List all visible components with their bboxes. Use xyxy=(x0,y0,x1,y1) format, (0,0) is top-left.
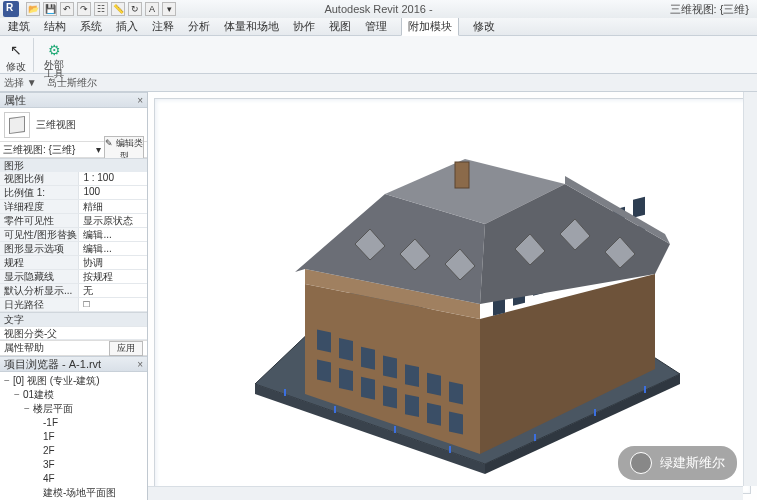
prop-row: 日光路径□ xyxy=(0,298,147,312)
svg-rect-15 xyxy=(383,355,397,378)
building-svg xyxy=(235,134,695,474)
group-graphics[interactable]: 图形 xyxy=(0,158,147,172)
tab-annotate[interactable]: 注释 xyxy=(152,19,174,34)
tree-node[interactable]: 3F xyxy=(2,458,147,472)
viewport-inner[interactable] xyxy=(154,98,751,494)
tree-node[interactable]: −楼层平面 xyxy=(2,402,147,416)
svg-rect-22 xyxy=(383,385,397,408)
prop-row: 图形显示选项编辑... xyxy=(0,242,147,256)
horizontal-scrollbar[interactable] xyxy=(148,486,743,500)
svg-rect-21 xyxy=(361,377,375,400)
svg-rect-34 xyxy=(633,197,645,218)
title-bar: 📂 💾 ↶ ↷ ☷ 📏 ↻ A ▾ Autodesk Revit 2016 - … xyxy=(0,0,757,18)
properties-title: 属性 xyxy=(4,93,26,108)
svg-rect-14 xyxy=(361,347,375,370)
tab-architecture[interactable]: 建筑 xyxy=(8,19,30,34)
project-browser-header[interactable]: 项目浏览器 - A-1.rvt × xyxy=(0,356,147,372)
cursor-icon: ↖ xyxy=(5,40,27,60)
select-dropdown[interactable]: 选择 ▼ xyxy=(4,76,37,90)
svg-rect-53 xyxy=(455,162,469,188)
tree-node[interactable]: −[0] 视图 (专业-建筑) xyxy=(2,374,147,388)
tree-node[interactable]: 4F xyxy=(2,472,147,486)
tree-node[interactable]: -1F xyxy=(2,416,147,430)
tab-view[interactable]: 视图 xyxy=(329,19,351,34)
watermark: 绿建斯维尔 xyxy=(618,446,737,480)
qat-save-icon[interactable]: 💾 xyxy=(43,2,57,16)
collapse-icon[interactable]: − xyxy=(22,402,32,416)
tab-systems[interactable]: 系统 xyxy=(80,19,102,34)
svg-rect-12 xyxy=(317,329,331,352)
prop-row: 规程协调 xyxy=(0,256,147,270)
chevron-down-icon[interactable]: ▾ xyxy=(96,144,101,155)
qat-more-icon[interactable]: ▾ xyxy=(162,2,176,16)
gear-icon: ⚙ xyxy=(43,40,65,60)
type-label: 三维视图 xyxy=(36,118,76,132)
external-tools-button[interactable]: ⚙ 外部 工具 xyxy=(37,37,71,81)
prop-row: 默认分析显示...无 xyxy=(0,284,147,298)
qat-undo-icon[interactable]: ↶ xyxy=(60,2,74,16)
viewport[interactable] xyxy=(148,92,757,500)
tool-label: 岛士斯维尔 xyxy=(47,76,97,90)
modify-button[interactable]: ↖ 修改 xyxy=(2,37,30,77)
vertical-scrollbar[interactable] xyxy=(743,92,757,486)
svg-rect-13 xyxy=(339,338,353,361)
app-title: Autodesk Revit 2016 - xyxy=(324,3,432,15)
options-bar: 选择 ▼ 岛士斯维尔 xyxy=(0,74,757,92)
watermark-text: 绿建斯维尔 xyxy=(660,454,725,472)
qat-a-icon[interactable]: A xyxy=(145,2,159,16)
tree-node[interactable]: 建模-场地平面图 xyxy=(2,486,147,500)
qat-redo-icon[interactable]: ↷ xyxy=(77,2,91,16)
ribbon-tabs: 建筑 结构 系统 插入 注释 分析 体量和场地 协作 视图 管理 附加模块 修改 xyxy=(0,18,757,36)
svg-rect-23 xyxy=(405,394,419,417)
project-browser: −[0] 视图 (专业-建筑) −01建模 −楼层平面 -1F 1F 2F 3F… xyxy=(0,372,147,500)
main-area: 属性 × 三维视图 三维视图: {三维} ▾ ✎ 编辑类型 图形 视图比例1 :… xyxy=(0,92,757,500)
tab-addins[interactable]: 附加模块 xyxy=(401,17,459,36)
tab-collaborate[interactable]: 协作 xyxy=(293,19,315,34)
close-icon[interactable]: × xyxy=(137,359,143,370)
identity-label: 视图分类-父 xyxy=(4,327,57,339)
view-title: 三维视图: {三维} xyxy=(670,2,749,17)
qat-print-icon[interactable]: ☷ xyxy=(94,2,108,16)
apply-button[interactable]: 应用 xyxy=(109,341,143,356)
tab-massing-site[interactable]: 体量和场地 xyxy=(224,19,279,34)
help-link[interactable]: 属性帮助 xyxy=(4,341,44,355)
svg-rect-20 xyxy=(339,368,353,391)
prop-row: 比例值 1:100 xyxy=(0,186,147,200)
prop-row: 显示隐藏线按规程 xyxy=(0,270,147,284)
tab-analyze[interactable]: 分析 xyxy=(188,19,210,34)
tree-node[interactable]: 1F xyxy=(2,430,147,444)
properties-panel-header[interactable]: 属性 × xyxy=(0,92,147,108)
qat-sync-icon[interactable]: ↻ xyxy=(128,2,142,16)
qat-measure-icon[interactable]: 📏 xyxy=(111,2,125,16)
prop-row: 可见性/图形替换编辑... xyxy=(0,228,147,242)
collapse-icon[interactable]: − xyxy=(12,388,22,402)
property-grid: 视图比例1 : 100 比例值 1:100 详细程度精细 零件可见性显示原状态 … xyxy=(0,172,147,312)
svg-rect-24 xyxy=(427,403,441,426)
tree-node[interactable]: 2F xyxy=(2,444,147,458)
group-text[interactable]: 文字 xyxy=(0,312,147,326)
svg-rect-17 xyxy=(427,373,441,396)
browser-title: 项目浏览器 - A-1.rvt xyxy=(4,357,101,372)
tree: −[0] 视图 (专业-建筑) −01建模 −楼层平面 -1F 1F 2F 3F… xyxy=(0,372,147,500)
prop-row: 零件可见性显示原状态 xyxy=(0,214,147,228)
svg-rect-25 xyxy=(449,411,463,434)
prop-row: 视图比例1 : 100 xyxy=(0,172,147,186)
instance-dropdown[interactable]: 三维视图: {三维} xyxy=(3,143,96,157)
tab-insert[interactable]: 插入 xyxy=(116,19,138,34)
tab-structure[interactable]: 结构 xyxy=(44,19,66,34)
left-panels: 属性 × 三维视图 三维视图: {三维} ▾ ✎ 编辑类型 图形 视图比例1 :… xyxy=(0,92,148,500)
app-logo-icon xyxy=(3,1,19,17)
svg-rect-18 xyxy=(449,381,463,404)
close-icon[interactable]: × xyxy=(137,95,143,106)
avatar-icon xyxy=(630,452,652,474)
tab-modify[interactable]: 修改 xyxy=(473,19,495,34)
apply-row: 属性帮助 应用 xyxy=(0,340,147,356)
quick-access-toolbar: 📂 💾 ↶ ↷ ☷ 📏 ↻ A ▾ xyxy=(26,2,176,16)
qat-open-icon[interactable]: 📂 xyxy=(26,2,40,16)
tree-node[interactable]: −01建模 xyxy=(2,388,147,402)
building-model[interactable] xyxy=(235,134,695,474)
prop-row: 详细程度精细 xyxy=(0,200,147,214)
tab-manage[interactable]: 管理 xyxy=(365,19,387,34)
ribbon: ↖ 修改 ⚙ 外部 工具 xyxy=(0,36,757,74)
collapse-icon[interactable]: − xyxy=(2,374,12,388)
